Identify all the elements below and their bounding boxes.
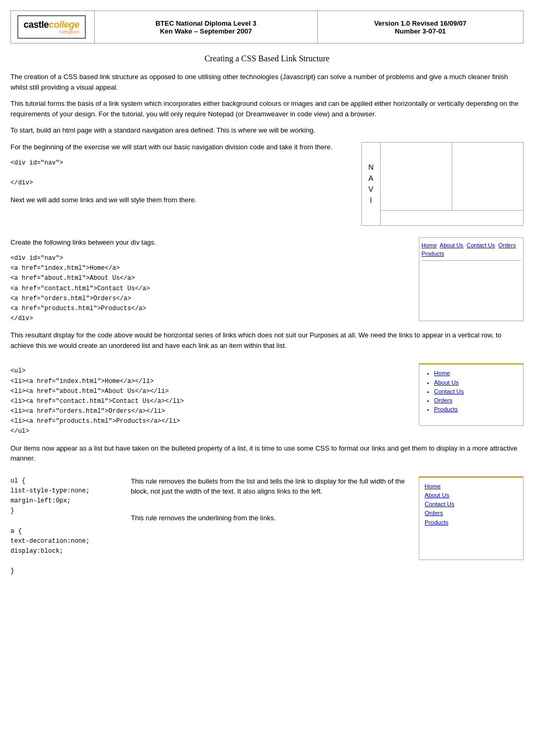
section-css: Home About Us Contact Us Orders Products… <box>10 476 524 583</box>
plain-link-about[interactable]: About Us <box>425 491 518 500</box>
bullet-item-about[interactable]: About Us <box>434 378 518 387</box>
bullet-list: Home About Us Contact Us Orders Products <box>434 369 518 414</box>
hlink-home[interactable]: Home <box>421 242 437 248</box>
nav-letter-n: N <box>368 162 373 173</box>
logo-nottingham: nottingham <box>24 29 80 35</box>
bullet-demo-wrapper: Home About Us Contact Us Orders Products <box>419 363 524 426</box>
nav-demo-box: N A V I <box>361 142 524 226</box>
header-mid-line1: BTEC National Diploma Level 3 <box>101 19 311 27</box>
nav-demo-cell-2 <box>452 143 524 210</box>
hlink-about[interactable]: About Us <box>440 242 463 248</box>
logo: castlecollege nottingham <box>17 15 86 39</box>
logo-cell: castlecollege nottingham <box>11 11 95 43</box>
header-right-line2: Number 3-07-01 <box>324 27 517 35</box>
paragraph-8: Our items now appear as a list but have … <box>10 443 524 464</box>
header-mid: BTEC National Diploma Level 3 Ken Wake –… <box>95 11 318 43</box>
nav-demo-bottom <box>381 211 523 225</box>
css-two-col: ul { list-style-type:none; margin-left:0… <box>10 476 408 577</box>
bullet-item-home[interactable]: Home <box>434 369 518 378</box>
logo-castle: castle <box>24 19 49 30</box>
header-mid-line2: Ken Wake – September 2007 <box>101 27 311 35</box>
header-table: castlecollege nottingham BTEC National D… <box>10 10 524 43</box>
nav-demo-right-top <box>381 143 523 211</box>
css-desc-right: This rule removes the bullets from the l… <box>131 476 408 577</box>
header-right-line1: Version 1.0 Revised 16/09/07 <box>324 19 517 27</box>
nav-demo-wrapper: N A V I <box>361 142 524 226</box>
nav-demo-left: N A V I <box>362 143 381 225</box>
nav-letter-i: I <box>370 195 372 206</box>
page-title: Creating a CSS Based Link Structure <box>10 54 524 63</box>
main-content: The creation of a CSS based link structu… <box>10 72 524 583</box>
bullet-item-contact[interactable]: Contact Us <box>434 387 518 396</box>
css-a-desc: This rule removes the underlining from t… <box>131 513 408 523</box>
paragraph-7: This resultant display for the code abov… <box>10 330 524 350</box>
hlinks-demo-wrapper: Home About Us Contact Us Orders Products <box>419 237 524 321</box>
css-ul-desc: This rule removes the bullets from the l… <box>131 476 408 497</box>
plain-link-home[interactable]: Home <box>425 482 518 491</box>
paragraph-2: This tutorial forms the basis of a link … <box>10 98 524 119</box>
hlinks-top-bar: Home About Us Contact Us Orders Products <box>421 240 521 261</box>
section-links-div: Home About Us Contact Us Orders Products… <box>10 237 524 357</box>
nav-letter-a: A <box>369 173 373 184</box>
plain-links-wrapper: Home About Us Contact Us Orders Products <box>419 476 524 560</box>
nav-letter-v: V <box>369 184 373 195</box>
hlink-products[interactable]: Products <box>421 250 444 257</box>
plain-links-box: Home About Us Contact Us Orders Products <box>419 476 524 560</box>
plain-link-contact[interactable]: Contact Us <box>425 500 518 509</box>
bullet-demo-box: Home About Us Contact Us Orders Products <box>419 363 524 426</box>
header-right: Version 1.0 Revised 16/09/07 Number 3-07… <box>317 11 523 43</box>
plain-link-products[interactable]: Products <box>425 518 518 527</box>
paragraph-3: To start, build an html page with a stan… <box>10 125 524 136</box>
hlinks-demo-box: Home About Us Contact Us Orders Products <box>419 237 524 321</box>
bullet-item-products[interactable]: Products <box>434 405 518 414</box>
nav-demo-right <box>381 143 523 225</box>
hlink-contact[interactable]: Contact Us <box>466 242 495 248</box>
paragraph-1: The creation of a CSS based link structu… <box>10 72 524 92</box>
logo-college: college <box>49 19 80 30</box>
section-ul-list: Home About Us Contact Us Orders Products… <box>10 363 524 469</box>
bullet-item-orders[interactable]: Orders <box>434 396 518 405</box>
plain-link-orders[interactable]: Orders <box>425 509 518 518</box>
nav-demo-cell-1 <box>381 143 452 210</box>
css-code-left: ul { list-style-type:none; margin-left:0… <box>10 476 115 577</box>
hlink-orders[interactable]: Orders <box>498 242 516 248</box>
section-basic-div: N A V I For the beginning of the exercis… <box>10 142 524 231</box>
